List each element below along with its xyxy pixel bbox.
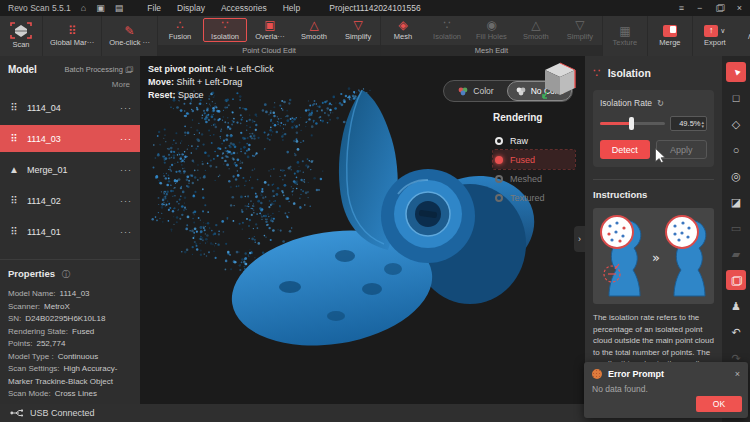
duplicate-icon: ▢ bbox=[731, 274, 741, 287]
menu-file[interactable]: File bbox=[147, 3, 161, 13]
fusion-icon: ∴ bbox=[176, 19, 184, 31]
mouse-cursor bbox=[655, 148, 666, 163]
color-option[interactable]: Color bbox=[444, 81, 507, 101]
one-click-button[interactable]: ✎ One-click ··· bbox=[102, 16, 157, 56]
lasso-select-button[interactable]: ○ bbox=[726, 140, 746, 160]
close-icon[interactable]: × bbox=[737, 3, 742, 13]
mesh-smooth-button[interactable]: △ Smooth bbox=[514, 16, 558, 45]
mesh-button[interactable]: ◈ Mesh bbox=[381, 16, 425, 45]
global-marker-button[interactable]: ⠿ Global Mar··· bbox=[43, 16, 101, 56]
preferences-icon[interactable]: ≡ bbox=[679, 3, 684, 13]
fill-holes-icon: ◉ bbox=[486, 19, 496, 31]
model-row-1114_04[interactable]: ⠿ 1114_04 ··· bbox=[0, 94, 140, 121]
isolation-panel-icon: ∵ bbox=[593, 66, 601, 80]
home-icon[interactable]: ⌂ bbox=[81, 3, 86, 13]
model-menu-button[interactable]: ··· bbox=[120, 227, 132, 237]
prop-model-type: Model Type :Continuous bbox=[8, 351, 132, 364]
properties-title: Properties bbox=[8, 268, 55, 279]
stamp-tool-button[interactable]: ♟ bbox=[726, 296, 746, 316]
model-row-1114_02[interactable]: ⠿ 1114_02 ··· bbox=[0, 187, 140, 214]
isolation-button[interactable]: ∵ Isolation bbox=[203, 18, 247, 42]
slider-thumb[interactable] bbox=[629, 117, 634, 130]
model-row-Merge_01[interactable]: ▲ Merge_01 ··· bbox=[0, 156, 140, 183]
global-marker-icon: ⠿ bbox=[68, 25, 77, 37]
overlap-button[interactable]: ▣ Overla··· bbox=[248, 16, 292, 45]
toast-ok-button[interactable]: OK bbox=[696, 396, 742, 412]
isolation-rate-value-box[interactable]: 49.5% ▴ ▾ bbox=[670, 116, 707, 131]
menu-help[interactable]: Help bbox=[283, 3, 300, 13]
isolation-panel-title: Isolation bbox=[608, 67, 651, 79]
isolation-card: Isolation Rate ↻ 49.5% ▴ ▾ Detect Apply bbox=[593, 90, 714, 167]
rendering-option-meshed[interactable]: Meshed bbox=[493, 169, 575, 188]
brush-tool-button[interactable]: ▭ bbox=[726, 218, 746, 238]
model-menu-button[interactable]: ··· bbox=[120, 103, 132, 113]
rect-select-icon: □ bbox=[733, 92, 740, 104]
orientation-cube[interactable] bbox=[541, 61, 579, 101]
merge-button[interactable]: Merge bbox=[648, 16, 692, 56]
smooth-button[interactable]: △ Smooth bbox=[292, 16, 336, 45]
point-cloud-icon: ⠿ bbox=[8, 195, 20, 206]
point-cloud-render[interactable] bbox=[140, 56, 585, 404]
stepper-down-icon[interactable]: ▾ bbox=[701, 124, 704, 128]
fill-holes-button[interactable]: ◉ Fill Holes bbox=[469, 16, 514, 45]
new-project-icon[interactable]: ▣ bbox=[96, 3, 105, 13]
export-button[interactable]: ↑ ∨ Export bbox=[693, 16, 737, 56]
circle-select-button[interactable]: ◎ bbox=[726, 166, 746, 186]
radio-icon bbox=[495, 175, 503, 183]
viewport-3d[interactable]: Set pivot point: Alt + Left-Click Move: … bbox=[140, 56, 585, 404]
stamp-icon: ♟ bbox=[731, 300, 741, 313]
chevrons-icon: » bbox=[652, 250, 660, 265]
open-folder-icon[interactable]: ▤ bbox=[115, 3, 124, 13]
prop-scan-mode: Scan Mode:Cross Lines bbox=[8, 388, 132, 401]
model-row-1114_01[interactable]: ⠿ 1114_01 ··· bbox=[0, 218, 140, 245]
toolbar-collapse-icon[interactable]: ∧ bbox=[737, 32, 750, 41]
scan-button[interactable]: Scan bbox=[0, 16, 42, 56]
menu-display[interactable]: Display bbox=[177, 3, 205, 13]
mesh-isolation-button[interactable]: ∵ Isolation bbox=[425, 16, 469, 45]
point-cloud-icon: ⠿ bbox=[8, 133, 20, 144]
polygon-select-button[interactable]: ◇ bbox=[726, 114, 746, 134]
batch-processing-icon: ▢ bbox=[125, 65, 132, 74]
titlebar: Revo Scan 5.5.1 ⌂ ▣ ▤ File Display Acces… bbox=[0, 0, 750, 16]
circle-select-icon: ◎ bbox=[731, 170, 741, 183]
project-title: Project11142024101556 bbox=[329, 3, 420, 13]
model-menu-button[interactable]: ··· bbox=[120, 165, 132, 175]
simplify-icon: ▽ bbox=[353, 19, 362, 31]
rect-select-button[interactable]: □ bbox=[726, 88, 746, 108]
rendering-option-fused[interactable]: Fused bbox=[493, 150, 575, 169]
model-menu-button[interactable]: ··· bbox=[120, 196, 132, 206]
restore-icon[interactable]: ▢ bbox=[715, 3, 724, 13]
isolation-rate-slider[interactable] bbox=[600, 122, 665, 125]
duplicate-tool-button[interactable]: ▢ bbox=[726, 270, 746, 290]
minimize-icon[interactable]: − bbox=[697, 3, 702, 13]
model-row-1114_03[interactable]: ⠿ 1114_03 ··· bbox=[0, 125, 140, 152]
menubar: File Display Accessories Help bbox=[147, 3, 300, 13]
undo-button[interactable]: ↶ bbox=[726, 322, 746, 342]
eraser-tool-button[interactable]: ▰ bbox=[726, 244, 746, 264]
reset-rate-icon[interactable]: ↻ bbox=[657, 98, 664, 108]
rendering-option-textured[interactable]: Textured bbox=[493, 188, 575, 207]
invert-select-button[interactable]: ◪ bbox=[726, 192, 746, 212]
panel-collapse-handle[interactable]: › bbox=[574, 226, 585, 252]
radio-icon bbox=[495, 137, 503, 145]
app-name: Revo Scan 5.5.1 bbox=[8, 3, 71, 13]
more-button[interactable]: More bbox=[0, 77, 140, 94]
error-toast: Error Prompt × No data found. OK bbox=[584, 362, 748, 418]
texture-button[interactable]: ▦ Texture bbox=[603, 16, 647, 56]
radio-icon bbox=[495, 194, 503, 202]
mesh-simplify-button[interactable]: ▽ Simplify bbox=[558, 16, 602, 45]
detect-button[interactable]: Detect bbox=[600, 140, 650, 159]
fusion-button[interactable]: ∴ Fusion bbox=[158, 16, 202, 45]
radio-icon bbox=[495, 156, 503, 164]
batch-processing-button[interactable]: Batch Processing ▢ bbox=[64, 65, 132, 74]
isolation-panel: ∵ Isolation Isolation Rate ↻ 49.5% ▴ ▾ D… bbox=[585, 56, 722, 404]
toast-close-icon[interactable]: × bbox=[735, 369, 740, 379]
toast-title: Error Prompt bbox=[608, 369, 729, 379]
select-tool-button[interactable]: ► bbox=[726, 62, 746, 82]
rendering-option-raw[interactable]: Raw bbox=[493, 131, 575, 150]
mesh-simplify-icon: ▽ bbox=[575, 19, 584, 31]
menu-accessories[interactable]: Accessories bbox=[221, 3, 267, 13]
simplify-button[interactable]: ▽ Simplify bbox=[336, 16, 380, 45]
value-stepper[interactable]: ▴ ▾ bbox=[701, 120, 704, 128]
model-menu-button[interactable]: ··· bbox=[120, 134, 132, 144]
